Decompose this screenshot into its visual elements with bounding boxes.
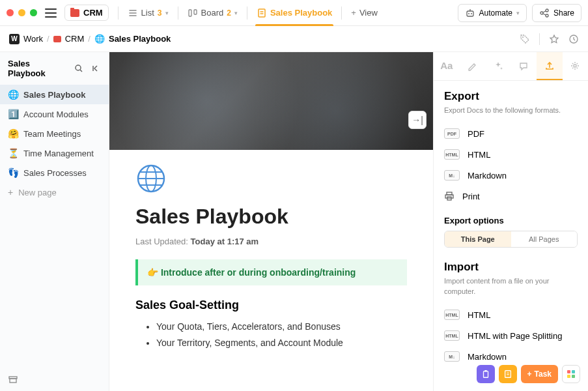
archive-icon[interactable] (8, 374, 18, 384)
document-area: →| Sales Playbook Last Updated: Today at… (109, 52, 433, 391)
share-button[interactable]: Share (532, 4, 581, 22)
html-badge-icon: HTML (444, 149, 460, 160)
minimize-window-button[interactable] (18, 9, 25, 16)
breadcrumb-workspace[interactable]: CRM (65, 34, 85, 44)
bullet-list[interactable]: Your Quota, Tiers, Accelerators, and Bon… (135, 319, 407, 351)
svg-rect-22 (505, 371, 511, 378)
tag-icon[interactable] (520, 34, 530, 44)
svg-point-4 (468, 13, 469, 14)
export-subtitle: Export Docs to the following formats. (444, 106, 578, 115)
import-html[interactable]: HTMLHTML (444, 304, 578, 325)
svg-point-7 (546, 9, 548, 12)
breadcrumb-separator: / (88, 34, 91, 44)
breadcrumb-page[interactable]: Sales Playbook (109, 34, 171, 44)
collapse-panel-button[interactable]: →| (408, 111, 427, 129)
export-icon (544, 61, 555, 71)
clipboard-button[interactable] (477, 365, 495, 383)
sidebar-item-label: Sales Playbook (23, 90, 85, 100)
export-html[interactable]: HTMLHTML (444, 144, 578, 165)
view-tab-label: Board (201, 8, 224, 18)
view-tab-doc[interactable]: Sales Playbook (250, 0, 339, 26)
sidebar-item-sales-processes[interactable]: 👣 Sales Processes (0, 163, 109, 182)
add-view-button[interactable]: + View (344, 0, 384, 26)
new-page-button[interactable]: + New page (0, 182, 109, 202)
svg-rect-0 (189, 10, 191, 16)
export-scope-segment: This Page All Pages (444, 231, 578, 248)
sidebar-item-label: Sales Processes (23, 168, 87, 178)
sidebar-item-sales-playbook[interactable]: 🌐 Sales Playbook (0, 85, 109, 104)
sidebar-item-team-meetings[interactable]: 🤗 Team Meetings (0, 124, 109, 143)
page-title[interactable]: Sales Playbook (135, 205, 407, 229)
segment-all-pages[interactable]: All Pages (511, 231, 578, 247)
menu-icon[interactable] (45, 8, 57, 18)
globe-icon[interactable] (135, 163, 167, 194)
maximize-window-button[interactable] (30, 9, 37, 16)
workspace-root-icon[interactable]: W (9, 34, 20, 44)
list-item[interactable]: Your Quota, Tiers, Accelerators, and Bon… (156, 319, 407, 335)
close-window-button[interactable] (7, 9, 14, 16)
panel-tab-comments[interactable] (511, 52, 537, 80)
view-tab-label: Sales Playbook (270, 8, 332, 18)
clipboard-icon (481, 369, 490, 379)
plus-icon: + (351, 8, 356, 18)
plus-icon: + (8, 187, 13, 197)
segment-this-page[interactable]: This Page (445, 231, 511, 247)
sidebar-item-account-modules[interactable]: 1️⃣ Account Modules (0, 104, 109, 124)
font-icon: Aa (440, 60, 453, 71)
svg-rect-3 (467, 11, 473, 16)
html-badge-icon: HTML (444, 310, 460, 320)
panel-tab-ai[interactable] (460, 52, 486, 80)
export-markdown[interactable]: M↓Markdown (444, 165, 578, 186)
svg-point-11 (76, 65, 81, 70)
folder-icon (70, 9, 79, 17)
panel-tab-settings[interactable] (563, 52, 589, 80)
panel-tab-export[interactable] (537, 52, 563, 80)
print-icon (444, 191, 455, 201)
callout-block[interactable]: 👉 Introduce after or during onboarding/t… (135, 259, 407, 285)
html-badge-icon: HTML (444, 330, 460, 341)
view-count: 3 (158, 8, 162, 18)
add-view-label: View (359, 8, 378, 18)
history-icon[interactable] (568, 34, 579, 44)
robot-icon (465, 8, 475, 18)
globe-icon: 🌐 (8, 89, 18, 100)
collapse-sidebar-icon[interactable] (91, 63, 101, 74)
floating-action-bar: +Task (477, 365, 580, 383)
workspace-badge[interactable]: CRM (64, 5, 109, 21)
breadcrumb-separator: / (47, 34, 49, 44)
panel-tab-sparkle[interactable] (485, 52, 511, 80)
list-item[interactable]: Your Territory, Segments, and Account Mo… (156, 335, 407, 351)
markdown-badge-icon: M↓ (444, 170, 460, 181)
chevron-down-icon: ▾ (516, 10, 520, 16)
section-heading[interactable]: Sales Goal-Setting (135, 298, 407, 312)
export-print[interactable]: Print (444, 186, 578, 207)
footprints-icon: 👣 (8, 167, 18, 178)
sidebar-item-time-management[interactable]: ⏳ Time Management (0, 143, 109, 163)
automate-button[interactable]: Automate ▾ (458, 4, 527, 22)
search-icon[interactable] (74, 63, 84, 74)
comment-icon (518, 61, 529, 71)
window-controls (7, 9, 37, 16)
note-button[interactable] (499, 365, 517, 383)
chevron-down-icon: ▾ (234, 10, 238, 16)
hourglass-icon: ⏳ (8, 148, 18, 158)
svg-point-9 (522, 36, 524, 38)
view-tab-board[interactable]: Board 2 ▾ (181, 0, 244, 26)
apps-button[interactable] (562, 365, 580, 383)
import-markdown[interactable]: M↓Markdown (444, 346, 578, 367)
new-task-button[interactable]: +Task (521, 365, 558, 383)
globe-icon: 🌐 (94, 34, 105, 44)
star-icon[interactable] (549, 34, 559, 44)
automate-label: Automate (479, 8, 512, 18)
breadcrumb-work[interactable]: Work (23, 34, 43, 44)
pen-icon (467, 61, 477, 71)
chevron-down-icon: ▾ (165, 10, 169, 16)
export-options-heading: Export options (444, 216, 578, 225)
panel-tab-typography[interactable]: Aa (434, 52, 460, 80)
import-html-split[interactable]: HTMLHTML with Page Splitting (444, 325, 578, 346)
view-tab-label: List (141, 8, 154, 18)
share-icon (539, 8, 550, 18)
topbar: CRM List 3 ▾ Board 2 ▾ Sales Playbook + … (0, 0, 588, 26)
export-pdf[interactable]: PDFPDF (444, 123, 578, 144)
view-tab-list[interactable]: List 3 ▾ (121, 0, 175, 26)
